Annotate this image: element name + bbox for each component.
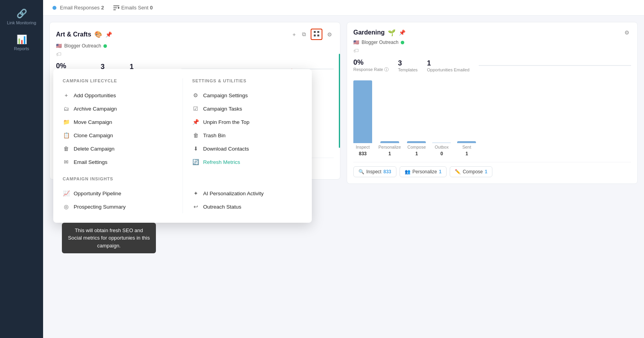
dropdown-trash-bin-label: Trash Bin [203,133,303,138]
right-bar-inspect: Inspect 833 [353,80,372,156]
left-tag-icon: 🏷 [56,51,62,57]
dropdown-utilities-title: Settings & Utilities [192,78,303,83]
dropdown-email-settings[interactable]: ✉ Email Settings [63,155,173,169]
right-opp-emailed-label: Opportunities Emailed [427,67,469,72]
dropdown-refresh-metrics-label: Refresh Metrics [203,159,303,165]
right-flag: 🇺🇸 [353,40,359,45]
add-opportunities-icon: + [63,92,70,98]
dropdown-lifecycle-title: Campaign Lifecycle [63,78,173,83]
dropdown-opportunity-pipeline[interactable]: 📈 Opportunity Pipeline [63,187,173,200]
emails-sent-icon [113,5,119,10]
dropdown-prospecting-summary-label: Prospecting Summary [74,204,173,210]
dropdown-ai-personalization-label: AI Personalization Activity [203,191,303,196]
sidebar-item-label: Reports [14,46,29,51]
dropdown-delete-campaign-label: Delete Campaign [74,146,173,152]
left-campaign-type-label: Blogger Outreach [64,43,101,49]
svg-rect-4 [317,35,319,36]
tooltip-box: This will obtain fresh SEO and Social me… [62,223,156,254]
campaign-tasks-icon: ☑ [192,105,199,112]
sidebar-item-link-monitoring[interactable]: 🔗 Link Monitoring [0,4,43,30]
ai-personalization-icon: ✦ [192,190,199,196]
right-bar-compose: Compose 1 [407,141,426,156]
dropdown-add-opportunities[interactable]: + Add Opportunities [63,89,173,102]
left-card-title: Art & Crafts [56,31,91,38]
left-grid-button[interactable] [311,29,322,40]
right-personalize-icon: 👥 [405,169,411,174]
right-personalize-button[interactable]: 👥 Personalize 1 [400,166,447,177]
left-card-header: Art & Crafts 🎨 📌 + ⧉ [56,29,334,40]
right-bar-compose-bar [407,141,426,143]
left-settings-button[interactable]: ⚙ [326,31,334,38]
right-card-title: Gardening [353,29,385,36]
right-bar-personalize: Personalize 1 [378,141,401,156]
dropdown-download-contacts[interactable]: ⬇ Download Contacts [192,142,303,155]
dropdown-campaign-tasks[interactable]: ☑ Campaign Tasks [192,102,303,115]
clone-campaign-icon: 📋 [63,132,70,138]
dropdown-columns: Campaign Lifecycle + Add Opportunities 🗂… [53,78,312,213]
right-response-rate-label: Response Rate ⓘ [353,67,389,73]
right-settings-button[interactable]: ⚙ [623,29,631,36]
left-card-pin-icon: 📌 [105,31,112,38]
right-personalize-count: 1 [439,169,441,174]
sidebar-item-reports[interactable]: 📊 Reports [0,30,43,56]
emails-sent-label: Emails Sent [121,5,148,11]
trash-bin-icon: 🗑 [192,132,199,138]
right-personalize-label: Personalize [412,169,437,174]
dropdown-trash-bin[interactable]: 🗑 Trash Bin [192,129,303,142]
dropdown-outreach-status[interactable]: ↩ Outreach Status [192,200,303,213]
right-campaign-type: 🇺🇸 Blogger Outreach [353,40,631,45]
right-bar-sent-bar [457,141,476,143]
dropdown-delete-campaign[interactable]: 🗑 Delete Campaign [63,142,173,155]
sidebar: 🔗 Link Monitoring 📊 Reports [0,0,43,338]
dropdown-prospecting-summary[interactable]: ◎ Prospecting Summary [63,200,173,213]
top-bar: Email Responses 2 Emails Sent 0 [43,0,644,16]
dropdown-campaign-tasks-label: Campaign Tasks [203,106,303,112]
dropdown-blank-title [192,176,303,181]
left-green-bar-line [339,54,340,148]
left-add-button[interactable]: + [291,31,297,38]
dropdown-ai-personalization[interactable]: ✦ AI Personalization Activity [192,187,303,200]
dropdown-unpin-from-top[interactable]: 📌 Unpin From the Top [192,115,303,129]
right-tags-row: 🏷 [353,47,631,54]
dropdown-outreach-status-label: Outreach Status [203,204,303,210]
dropdown-refresh-metrics[interactable]: 🔄 Refresh Metrics [192,155,303,169]
left-copy-button[interactable]: ⧉ [300,30,308,38]
right-bar-personalize-value: 1 [388,151,391,156]
right-metric-response-rate: 0% Response Rate ⓘ [353,58,389,73]
left-card-actions: + ⧉ ⚙ [291,29,334,40]
dropdown-menu: Campaign Lifecycle + Add Opportunities 🗂… [53,69,312,223]
dropdown-campaign-settings-label: Campaign Settings [203,93,303,98]
email-settings-icon: ✉ [63,159,70,165]
left-status-dot [103,44,107,48]
right-inspect-button[interactable]: 🔍 Inspect 833 [353,166,396,177]
emails-sent-value: 0 [150,5,153,11]
right-templates-label: Templates [398,67,418,72]
dropdown-archive-campaign[interactable]: 🗂 Archive Campaign [63,102,173,115]
dropdown-download-contacts-label: Download Contacts [203,146,303,152]
dropdown-move-campaign-label: Move Campaign [74,119,173,125]
left-tags-row: 🏷 [56,51,334,57]
right-inspect-count: 833 [384,169,391,174]
right-opp-emailed-value: 1 [427,59,469,67]
link-monitoring-icon: 🔗 [16,9,27,19]
right-templates-value: 3 [398,59,418,67]
svg-rect-1 [314,31,316,33]
dropdown-move-campaign[interactable]: 📁 Move Campaign [63,115,173,129]
sidebar-item-label: Link Monitoring [7,20,36,25]
dropdown-clone-campaign[interactable]: 📋 Clone Campaign [63,129,173,142]
right-bar-compose-value: 1 [415,151,418,156]
right-bar-outbox-label: Outbox [435,145,449,149]
left-flag: 🇺🇸 [56,43,62,49]
right-chart-area: Inspect 833 Personalize 1 Compose 1 [353,77,631,158]
dropdown-campaign-settings[interactable]: ⚙ Campaign Settings [192,89,303,102]
delete-campaign-icon: 🗑 [63,145,70,152]
dropdown-opportunity-pipeline-label: Opportunity Pipeline [74,191,173,196]
right-tag-icon: 🏷 [353,47,359,54]
right-campaign-type-label: Blogger Outreach [362,40,398,45]
outreach-status-icon: ↩ [192,204,199,210]
left-card-wrapper: Art & Crafts 🎨 📌 + ⧉ [49,22,340,332]
right-compose-button[interactable]: ✏️ Compose 1 [450,166,492,177]
right-card-header: Gardening 🌱 📌 ⚙ [353,29,631,36]
right-bar-outbox-bar [432,142,451,143]
archive-campaign-icon: 🗂 [63,105,70,112]
